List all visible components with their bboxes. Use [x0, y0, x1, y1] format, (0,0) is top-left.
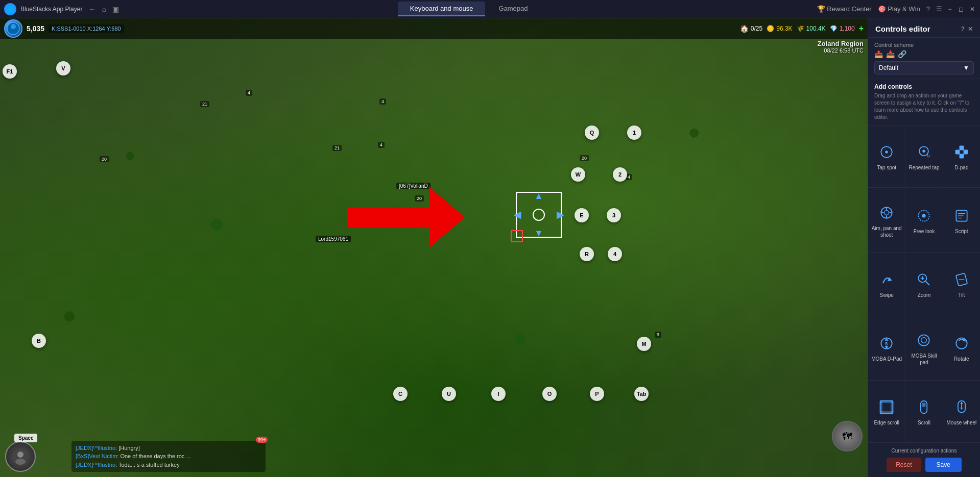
control-item-edge-scroll[interactable]: Edge scroll	[868, 381, 905, 442]
key-overlay-3[interactable]: 3	[607, 208, 621, 222]
add-resource-button[interactable]: +	[859, 24, 864, 33]
svg-point-2	[11, 24, 16, 29]
hud-gold: 🪙 96.3K	[767, 25, 792, 32]
help-icon[interactable]: ?	[926, 5, 930, 13]
panel-title: Controls editor ? ✕	[868, 18, 980, 38]
reset-button[interactable]: Reset	[887, 458, 921, 472]
control-item-rotate[interactable]: Rotate	[943, 315, 980, 380]
key-overlay-e[interactable]: E	[575, 208, 589, 222]
window-controls: − ◻ ✕	[946, 6, 976, 13]
hud-housing: 🏠 0/25	[740, 24, 762, 33]
home-icon[interactable]: ⌂	[100, 4, 108, 14]
d-pad-label: D-pad	[954, 164, 968, 171]
svg-rect-11	[959, 146, 964, 150]
control-item-repeated-tap[interactable]: ↻ Repeated tap	[905, 125, 942, 187]
play-win[interactable]: 🎯 Play & Win	[878, 5, 920, 13]
rotate-icon	[952, 334, 971, 353]
key-overlay-v[interactable]: V	[56, 61, 70, 76]
control-item-free-look[interactable]: Free look	[905, 188, 942, 253]
hud-gems: 💎 1,100	[830, 25, 855, 32]
key-overlay-r[interactable]: R	[580, 247, 594, 261]
scroll-label: Scroll	[918, 419, 930, 426]
menu-icon[interactable]: ☰	[936, 5, 942, 13]
arrow-overlay	[347, 187, 465, 248]
svg-point-39	[921, 337, 927, 343]
svg-point-4	[17, 451, 23, 458]
share-icon[interactable]: 🔗	[898, 50, 906, 58]
svg-line-29	[926, 282, 929, 285]
moba-dpad-icon: 5	[877, 334, 896, 353]
control-item-tap-spot[interactable]: Tap spot	[868, 125, 905, 187]
upload-icon[interactable]: 📤	[874, 50, 883, 58]
game-hud: 5,035 K:SSS1-0010 X:1264 Y:680 🏠 0/25 🪙 …	[0, 18, 868, 39]
region-date: 08/22 6:58 UTC	[818, 47, 864, 54]
reward-center[interactable]: 🏆 Reward Center	[817, 5, 872, 13]
actions-label: Current configuration actions	[892, 448, 957, 454]
svg-rect-45	[880, 401, 882, 414]
control-item-mouse-wheel[interactable]: Mouse wheel	[943, 381, 980, 442]
control-item-swipe[interactable]: Swipe	[868, 253, 905, 315]
selection-center	[533, 209, 545, 221]
panel-close-icon[interactable]: ✕	[968, 26, 973, 33]
svg-point-38	[919, 335, 929, 345]
level-badge: 9	[655, 332, 661, 338]
key-overlay-4[interactable]: 4	[608, 247, 622, 261]
svg-point-22	[922, 214, 926, 217]
minimize-button[interactable]: −	[946, 6, 953, 13]
key-overlay-w[interactable]: W	[571, 167, 585, 182]
control-scheme-label: Control scheme	[874, 42, 974, 48]
control-item-moba-dpad[interactable]: 5 MOBA D-Pad	[868, 315, 905, 380]
key-overlay-f1[interactable]: F1	[3, 64, 17, 79]
control-item-d-pad[interactable]: D-pad	[943, 125, 980, 187]
swipe-label: Swipe	[880, 292, 894, 298]
control-item-scroll[interactable]: Scroll	[905, 381, 942, 442]
control-item-zoom[interactable]: Zoom	[905, 253, 942, 315]
control-item-moba-skill[interactable]: MOBA Skill pad	[905, 315, 942, 380]
control-item-aim-pan-shoot[interactable]: Aim, pan and shoot	[868, 188, 905, 253]
back-icon[interactable]: ←	[86, 4, 98, 14]
svg-rect-12	[959, 154, 964, 159]
key-overlay-b[interactable]: B	[32, 334, 46, 348]
key-overlay-p[interactable]: P	[590, 387, 604, 401]
key-overlay-q[interactable]: Q	[585, 125, 599, 140]
key-overlay-tab[interactable]: Tab	[634, 387, 649, 401]
swipe-icon	[877, 270, 896, 289]
scheme-dropdown[interactable]: Default ▼	[874, 61, 974, 74]
tab-gamepad[interactable]: Gamepad	[486, 2, 540, 16]
svg-rect-14	[963, 150, 968, 155]
key-overlay-1[interactable]: 1	[627, 125, 641, 140]
add-controls-title: Add controls	[874, 83, 974, 90]
svg-rect-46	[891, 401, 893, 414]
nav-icons: ← ⌂ ▣	[86, 4, 121, 14]
key-overlay-u[interactable]: U	[442, 387, 456, 401]
key-overlay-i[interactable]: I	[491, 387, 506, 401]
small-selection-box[interactable]	[511, 230, 523, 242]
rotate-label: Rotate	[954, 356, 969, 362]
svg-text:↻: ↻	[927, 154, 931, 159]
key-overlay-c[interactable]: C	[393, 387, 408, 401]
zoom-label: Zoom	[918, 292, 931, 298]
region-name: Zoland Region	[818, 40, 864, 47]
restore-button[interactable]: ◻	[958, 6, 965, 13]
control-item-script[interactable]: Script	[943, 188, 980, 253]
svg-marker-51	[960, 401, 963, 404]
key-overlay-2[interactable]: 2	[613, 167, 627, 182]
game-area[interactable]: 5,035 K:SSS1-0010 X:1264 Y:680 🏠 0/25 🪙 …	[0, 18, 868, 477]
tab-keyboard-mouse[interactable]: Keyboard and mouse	[398, 2, 486, 16]
export-icon[interactable]: 📥	[886, 50, 895, 58]
chat-line: [BxS]Vext Nictim: One of these days the …	[76, 452, 261, 461]
d-pad-icon	[952, 143, 971, 161]
control-item-tilt[interactable]: Tilt	[943, 253, 980, 315]
level-badge: 21	[200, 101, 209, 107]
minimap[interactable]: 🗺	[832, 421, 863, 451]
panel-help-icon[interactable]: ?	[961, 26, 965, 33]
key-overlay-o[interactable]: O	[542, 387, 557, 401]
chat-user: [JEDX]ᴸᴺIllustrio	[76, 462, 115, 468]
close-button[interactable]: ✕	[969, 6, 976, 13]
space-key-label[interactable]: Space	[14, 434, 37, 442]
save-button[interactable]: Save	[925, 458, 962, 472]
key-overlay-m[interactable]: M	[637, 337, 651, 351]
controls-grid: Tap spot ↻ Repeated tap D-pad Aim, pan a…	[868, 125, 980, 442]
tabs-icon[interactable]: ▣	[110, 4, 121, 14]
sel-arrow-left: ◀	[514, 209, 521, 220]
